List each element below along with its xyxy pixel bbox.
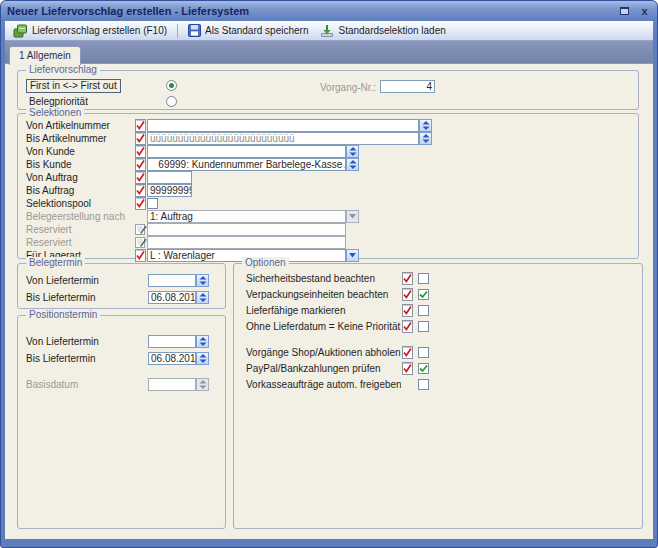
radio-label-belegprioritaet[interactable]: Belegpriorität	[29, 96, 88, 107]
field-input[interactable]: 06.08.2012 /Mo	[148, 352, 196, 365]
check-red-toggle-icon[interactable]	[134, 197, 147, 210]
field-label: Bis Artikelnummer	[18, 133, 134, 144]
field-control	[147, 171, 192, 184]
spinner-button[interactable]	[196, 274, 209, 287]
spinner-button[interactable]	[196, 291, 209, 304]
group-liefervorschlag: Liefervorschlag First in <-> First out B…	[17, 70, 639, 110]
option-label: Sicherheitsbestand beachten	[234, 273, 401, 284]
field-value: 1: Auftrag	[150, 212, 193, 222]
check-red-toggle-icon[interactable]	[401, 304, 414, 317]
field-label: Bis Liefertermin	[18, 353, 148, 364]
field-value: 69999: Kundennummer Barbelege-Kasse Auto…	[150, 160, 346, 170]
restore-window-icon	[620, 7, 629, 15]
close-window-button[interactable]: x	[638, 5, 651, 18]
group-positionstermin: Positionstermin Von LieferterminBis Lief…	[17, 315, 226, 529]
checkbox[interactable]	[418, 273, 429, 284]
checkbox[interactable]	[418, 305, 429, 316]
field-input[interactable]: 99999999	[147, 184, 192, 197]
icon-spacer	[401, 378, 414, 391]
option-row: Ohne Lieferdatum = Keine Priorität	[234, 318, 642, 334]
field-input[interactable]	[147, 145, 346, 158]
field-control	[147, 236, 346, 249]
optionen-items: Sicherheitsbestand beachtenVerpackungsei…	[234, 264, 642, 392]
checkbox[interactable]	[147, 198, 158, 209]
field-value: 06.08.2012 /Mo	[151, 293, 196, 303]
tab-strip: 1 Allgemein	[5, 41, 653, 64]
check-red-toggle-icon[interactable]	[134, 119, 147, 132]
load-selection-icon	[320, 24, 334, 38]
load-standard-selection-button[interactable]: Standardselektion laden	[316, 22, 449, 39]
option-row: Vorkasseaufträge autom. freigeben	[234, 376, 642, 392]
group-caption: Liefervorschlag	[26, 64, 100, 75]
check-red-toggle-icon[interactable]	[134, 132, 147, 145]
field-label: Belegeerstellung nach	[18, 211, 134, 222]
edit-note-icon	[134, 223, 147, 236]
field-control: 06.08.2012 /Mo	[148, 291, 209, 304]
field-input[interactable]	[147, 236, 346, 249]
field-label: Bis Auftrag	[18, 185, 134, 196]
field-input[interactable]	[148, 378, 196, 391]
check-red-toggle-icon[interactable]	[134, 145, 147, 158]
group-belegtermin: Belegtermin Von LieferterminBis Lieferte…	[17, 263, 226, 309]
field-input[interactable]: üüüüüüüüüüüüüüüüüüüüüüüüüü	[147, 132, 419, 145]
dropdown-arrow-button[interactable]	[346, 210, 359, 223]
check-red-toggle-icon[interactable]	[401, 288, 414, 301]
vorgang-nr-value: 4	[383, 82, 432, 92]
check-red-toggle-icon[interactable]	[134, 158, 147, 171]
date-row: Bis Liefertermin06.08.2012 /Mo	[18, 289, 225, 306]
field-input[interactable]: 69999: Kundennummer Barbelege-Kasse Auto…	[147, 158, 346, 171]
restore-window-button[interactable]	[618, 5, 631, 18]
vorgang-nr-input[interactable]: 4	[380, 80, 435, 93]
toolbar-button-label: Standardselektion laden	[338, 25, 445, 36]
field-input[interactable]: 06.08.2012 /Mo	[148, 291, 196, 304]
window-controls: x	[618, 5, 651, 18]
spinner-button[interactable]	[419, 119, 432, 132]
tab-allgemein[interactable]: 1 Allgemein	[9, 46, 81, 65]
field-input[interactable]	[147, 223, 346, 236]
radio-first-in-first-out[interactable]	[166, 80, 177, 91]
spinner-button[interactable]	[196, 378, 209, 391]
spinner-button[interactable]	[346, 145, 359, 158]
field-value: 99999999	[150, 186, 189, 196]
check-red-toggle-icon[interactable]	[401, 362, 414, 375]
checkbox[interactable]	[418, 347, 429, 358]
option-label: Vorgänge Shop/Auktionen abholen	[234, 347, 401, 358]
check-red-toggle-icon[interactable]	[401, 320, 414, 333]
radio-label-first-in-first-out[interactable]: First in <-> First out	[26, 79, 121, 93]
titlebar: Neuer Liefervorschlag erstellen - Liefer…	[1, 1, 657, 21]
spinner-button[interactable]	[419, 132, 432, 145]
selektionen-rows: Von ArtikelnummerBis Artikelnummerüüüüüü…	[18, 114, 638, 262]
field-control	[148, 378, 209, 391]
radio-belegprioritaet[interactable]	[166, 96, 177, 107]
dropdown-arrow-button[interactable]	[346, 249, 359, 262]
spinner-button[interactable]	[196, 335, 209, 348]
field-input[interactable]	[148, 335, 196, 348]
checkbox[interactable]	[418, 321, 429, 332]
checkbox[interactable]	[418, 379, 429, 390]
dialog-content: Liefervorschlag First in <-> First out B…	[5, 63, 653, 539]
field-input[interactable]	[147, 171, 192, 184]
check-red-toggle-icon[interactable]	[401, 346, 414, 359]
selektionen-row: Von Kunde	[18, 145, 638, 158]
check-red-toggle-icon[interactable]	[401, 272, 414, 285]
field-input[interactable]	[148, 274, 196, 287]
spinner-button[interactable]	[196, 352, 209, 365]
check-red-toggle-icon[interactable]	[134, 184, 147, 197]
field-control: 99999999	[147, 184, 192, 197]
selektionen-row: Von Artikelnummer	[18, 119, 638, 132]
field-value: 06.08.2012 /Mo	[151, 354, 196, 364]
save-as-standard-button[interactable]: Als Standard speichern	[184, 22, 312, 39]
spinner-button[interactable]	[346, 158, 359, 171]
checkbox[interactable]	[418, 363, 429, 374]
checkbox[interactable]	[418, 289, 429, 300]
option-row: PayPal/Bankzahlungen prüfen	[234, 360, 642, 376]
date-row: Von Liefertermin	[18, 333, 225, 350]
check-red-toggle-icon[interactable]	[134, 249, 147, 262]
field-input[interactable]: 1: Auftrag	[147, 210, 346, 223]
field-label: Von Liefertermin	[18, 336, 148, 347]
group-optionen: Optionen Sicherheitsbestand beachtenVerp…	[233, 263, 643, 529]
field-control	[147, 119, 432, 132]
check-red-toggle-icon[interactable]	[134, 171, 147, 184]
create-delivery-proposal-button[interactable]: Liefervorschlag erstellen (F10)	[9, 22, 171, 39]
field-input[interactable]	[147, 119, 419, 132]
